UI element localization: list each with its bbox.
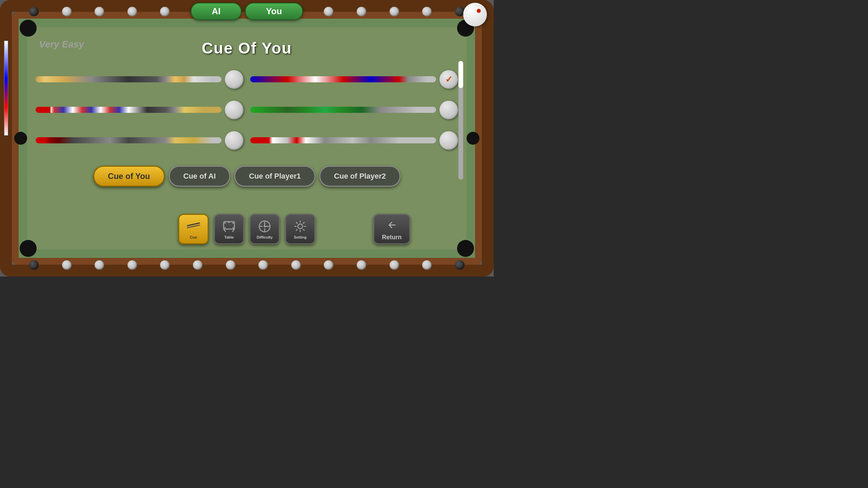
rail-ball (357, 260, 366, 270)
pocket-mid-left (14, 132, 27, 145)
score-tabs: AI You (191, 3, 303, 20)
cue-ball-5 (439, 101, 458, 119)
scrollbar[interactable] (458, 61, 463, 180)
svg-point-12 (298, 224, 303, 229)
cue-slot-3[interactable] (36, 125, 243, 156)
svg-point-7 (229, 222, 230, 223)
rail-ball (390, 260, 399, 270)
cue-stick-6 (250, 137, 436, 143)
cue-ball-1 (225, 70, 243, 89)
you-score-tab[interactable]: You (245, 3, 303, 20)
rail-ball (258, 260, 268, 270)
tab-cue-of-ai[interactable]: Cue of AI (169, 166, 231, 187)
difficulty-label: Very Easy (39, 39, 84, 50)
right-cue-column: ✓ (250, 64, 458, 156)
cue-icon (186, 219, 201, 234)
difficulty-button-label: Difficulty (257, 235, 273, 239)
tab-buttons: Cue of You Cue of AI Cue of Player1 Cue … (93, 166, 400, 187)
setting-icon (293, 219, 308, 234)
svg-point-11 (264, 226, 265, 227)
cue-stick-5 (250, 107, 436, 113)
cue-stick-4 (250, 76, 436, 82)
svg-point-5 (224, 222, 226, 224)
rail-ball (324, 260, 333, 270)
difficulty-button[interactable]: Difficulty (250, 214, 280, 244)
setting-button[interactable]: Setting (285, 214, 316, 244)
rail-ball (160, 260, 170, 270)
tab-cue-of-player1[interactable]: Cue of Player1 (234, 166, 315, 187)
page-title: Cue Of You (202, 39, 292, 57)
cue-ball-2 (225, 101, 243, 119)
rail-ball (390, 7, 399, 16)
left-cue-column (36, 64, 243, 156)
bottom-rail-balls (27, 260, 467, 270)
svg-point-8 (224, 227, 226, 228)
return-icon (384, 218, 399, 232)
rail-ball (422, 260, 432, 270)
cue-ball-4-selected: ✓ (439, 70, 458, 89)
return-button[interactable]: Return (373, 214, 411, 244)
power-indicator (4, 41, 8, 136)
rail-ball (62, 7, 72, 16)
rail-ball (357, 7, 366, 16)
cue-stick-2 (36, 107, 221, 113)
rail-ball (95, 260, 104, 270)
rail-ball (226, 260, 235, 270)
tab-cue-of-you[interactable]: Cue of You (93, 166, 164, 187)
scroll-thumb[interactable] (458, 61, 463, 88)
table-button-label: Table (224, 235, 234, 239)
cue-slot-5[interactable] (250, 95, 458, 125)
cue-ball-3 (225, 131, 243, 150)
cue-slot-2[interactable] (36, 95, 243, 125)
rail-ball (455, 260, 465, 270)
rail-ball (95, 7, 104, 16)
table-icon (222, 219, 237, 234)
ai-score-tab[interactable]: AI (191, 3, 241, 20)
rail-ball (29, 7, 39, 16)
rail-ball (127, 7, 137, 16)
selected-checkmark: ✓ (445, 74, 453, 85)
setting-button-label: Setting (294, 235, 307, 239)
cue-ball-corner (463, 3, 487, 26)
cue-grid: ✓ (29, 64, 465, 156)
pocket-mid-right (467, 132, 479, 145)
rail-ball (127, 260, 137, 270)
cue-button[interactable]: Cue (178, 214, 209, 244)
rail-ball (29, 260, 39, 270)
cue-ball-dot (477, 9, 481, 13)
cue-stick-3 (36, 137, 221, 143)
cue-stick-1 (36, 76, 221, 82)
cue-ball-6 (439, 131, 458, 150)
tab-cue-of-player2[interactable]: Cue of Player2 (319, 166, 400, 187)
cue-slot-1[interactable] (36, 64, 243, 95)
rail-ball (160, 7, 170, 16)
bottom-buttons: Cue Table Difficulty (178, 214, 316, 244)
rail-ball (291, 260, 301, 270)
rail-ball (422, 7, 432, 16)
rail-ball (324, 7, 333, 16)
return-button-label: Return (382, 234, 402, 241)
svg-point-6 (233, 222, 234, 224)
main-content: Very Easy Cue Of You ✓ (29, 29, 465, 248)
svg-point-9 (233, 227, 234, 228)
table-button[interactable]: Table (214, 214, 244, 244)
cue-button-label: Cue (190, 235, 197, 239)
cue-slot-6[interactable] (250, 125, 458, 156)
rail-ball (62, 260, 72, 270)
difficulty-icon (257, 219, 272, 234)
cue-slot-4[interactable]: ✓ (250, 64, 458, 95)
rail-ball (193, 260, 202, 270)
